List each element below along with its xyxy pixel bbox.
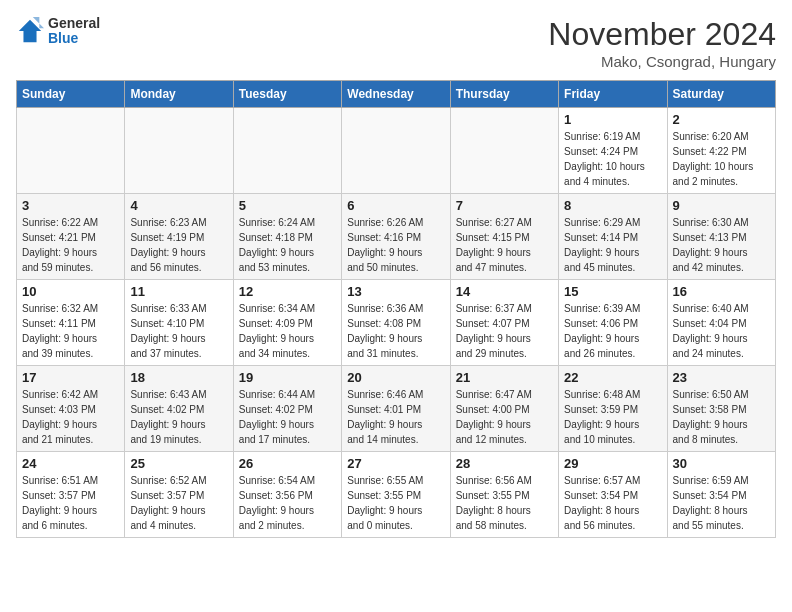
calendar-cell: 2Sunrise: 6:20 AMSunset: 4:22 PMDaylight… [667,108,775,194]
logo-icon [16,17,44,45]
day-info: Sunrise: 6:40 AMSunset: 4:04 PMDaylight:… [673,301,770,361]
day-info: Sunrise: 6:30 AMSunset: 4:13 PMDaylight:… [673,215,770,275]
day-number: 6 [347,198,444,213]
day-info: Sunrise: 6:57 AMSunset: 3:54 PMDaylight:… [564,473,661,533]
day-info: Sunrise: 6:43 AMSunset: 4:02 PMDaylight:… [130,387,227,447]
weekday-header-thursday: Thursday [450,81,558,108]
day-number: 5 [239,198,336,213]
day-number: 20 [347,370,444,385]
calendar-week-1: 1Sunrise: 6:19 AMSunset: 4:24 PMDaylight… [17,108,776,194]
day-number: 2 [673,112,770,127]
title-section: November 2024 Mako, Csongrad, Hungary [548,16,776,70]
calendar-table: SundayMondayTuesdayWednesdayThursdayFrid… [16,80,776,538]
calendar-cell: 25Sunrise: 6:52 AMSunset: 3:57 PMDayligh… [125,452,233,538]
calendar-cell: 26Sunrise: 6:54 AMSunset: 3:56 PMDayligh… [233,452,341,538]
day-number: 19 [239,370,336,385]
calendar-cell: 18Sunrise: 6:43 AMSunset: 4:02 PMDayligh… [125,366,233,452]
logo-text: General Blue [48,16,100,47]
day-number: 17 [22,370,119,385]
weekday-header-saturday: Saturday [667,81,775,108]
weekday-header-wednesday: Wednesday [342,81,450,108]
day-info: Sunrise: 6:50 AMSunset: 3:58 PMDaylight:… [673,387,770,447]
day-number: 18 [130,370,227,385]
logo-general: General [48,16,100,31]
calendar-cell: 29Sunrise: 6:57 AMSunset: 3:54 PMDayligh… [559,452,667,538]
calendar-cell: 20Sunrise: 6:46 AMSunset: 4:01 PMDayligh… [342,366,450,452]
day-info: Sunrise: 6:48 AMSunset: 3:59 PMDaylight:… [564,387,661,447]
day-number: 1 [564,112,661,127]
calendar-cell: 10Sunrise: 6:32 AMSunset: 4:11 PMDayligh… [17,280,125,366]
weekday-header-sunday: Sunday [17,81,125,108]
day-info: Sunrise: 6:27 AMSunset: 4:15 PMDaylight:… [456,215,553,275]
day-number: 26 [239,456,336,471]
day-number: 10 [22,284,119,299]
day-number: 28 [456,456,553,471]
day-info: Sunrise: 6:47 AMSunset: 4:00 PMDaylight:… [456,387,553,447]
day-number: 11 [130,284,227,299]
day-info: Sunrise: 6:46 AMSunset: 4:01 PMDaylight:… [347,387,444,447]
day-info: Sunrise: 6:36 AMSunset: 4:08 PMDaylight:… [347,301,444,361]
calendar-cell: 30Sunrise: 6:59 AMSunset: 3:54 PMDayligh… [667,452,775,538]
day-number: 29 [564,456,661,471]
day-info: Sunrise: 6:52 AMSunset: 3:57 PMDaylight:… [130,473,227,533]
logo-blue: Blue [48,31,100,46]
day-number: 30 [673,456,770,471]
calendar-cell: 13Sunrise: 6:36 AMSunset: 4:08 PMDayligh… [342,280,450,366]
day-info: Sunrise: 6:51 AMSunset: 3:57 PMDaylight:… [22,473,119,533]
day-info: Sunrise: 6:33 AMSunset: 4:10 PMDaylight:… [130,301,227,361]
day-number: 8 [564,198,661,213]
day-number: 27 [347,456,444,471]
calendar-cell: 11Sunrise: 6:33 AMSunset: 4:10 PMDayligh… [125,280,233,366]
calendar-cell: 15Sunrise: 6:39 AMSunset: 4:06 PMDayligh… [559,280,667,366]
calendar-cell [125,108,233,194]
calendar-cell: 7Sunrise: 6:27 AMSunset: 4:15 PMDaylight… [450,194,558,280]
day-number: 4 [130,198,227,213]
calendar-cell: 14Sunrise: 6:37 AMSunset: 4:07 PMDayligh… [450,280,558,366]
calendar-cell: 22Sunrise: 6:48 AMSunset: 3:59 PMDayligh… [559,366,667,452]
day-info: Sunrise: 6:37 AMSunset: 4:07 PMDaylight:… [456,301,553,361]
day-info: Sunrise: 6:59 AMSunset: 3:54 PMDaylight:… [673,473,770,533]
calendar-week-2: 3Sunrise: 6:22 AMSunset: 4:21 PMDaylight… [17,194,776,280]
day-number: 7 [456,198,553,213]
day-info: Sunrise: 6:44 AMSunset: 4:02 PMDaylight:… [239,387,336,447]
calendar-week-5: 24Sunrise: 6:51 AMSunset: 3:57 PMDayligh… [17,452,776,538]
day-info: Sunrise: 6:29 AMSunset: 4:14 PMDaylight:… [564,215,661,275]
calendar-cell: 19Sunrise: 6:44 AMSunset: 4:02 PMDayligh… [233,366,341,452]
day-info: Sunrise: 6:26 AMSunset: 4:16 PMDaylight:… [347,215,444,275]
day-info: Sunrise: 6:42 AMSunset: 4:03 PMDaylight:… [22,387,119,447]
day-info: Sunrise: 6:34 AMSunset: 4:09 PMDaylight:… [239,301,336,361]
calendar-week-4: 17Sunrise: 6:42 AMSunset: 4:03 PMDayligh… [17,366,776,452]
day-info: Sunrise: 6:32 AMSunset: 4:11 PMDaylight:… [22,301,119,361]
day-info: Sunrise: 6:20 AMSunset: 4:22 PMDaylight:… [673,129,770,189]
day-number: 25 [130,456,227,471]
day-info: Sunrise: 6:39 AMSunset: 4:06 PMDaylight:… [564,301,661,361]
calendar-cell: 16Sunrise: 6:40 AMSunset: 4:04 PMDayligh… [667,280,775,366]
weekday-header-tuesday: Tuesday [233,81,341,108]
calendar-cell: 24Sunrise: 6:51 AMSunset: 3:57 PMDayligh… [17,452,125,538]
calendar-cell: 8Sunrise: 6:29 AMSunset: 4:14 PMDaylight… [559,194,667,280]
calendar-cell [233,108,341,194]
calendar-cell [450,108,558,194]
day-number: 24 [22,456,119,471]
day-number: 13 [347,284,444,299]
weekday-header-monday: Monday [125,81,233,108]
day-info: Sunrise: 6:23 AMSunset: 4:19 PMDaylight:… [130,215,227,275]
day-info: Sunrise: 6:56 AMSunset: 3:55 PMDaylight:… [456,473,553,533]
page-header: General Blue November 2024 Mako, Csongra… [16,16,776,70]
calendar-cell: 1Sunrise: 6:19 AMSunset: 4:24 PMDaylight… [559,108,667,194]
weekday-header-friday: Friday [559,81,667,108]
svg-marker-0 [19,20,41,42]
calendar-week-3: 10Sunrise: 6:32 AMSunset: 4:11 PMDayligh… [17,280,776,366]
day-info: Sunrise: 6:55 AMSunset: 3:55 PMDaylight:… [347,473,444,533]
day-info: Sunrise: 6:24 AMSunset: 4:18 PMDaylight:… [239,215,336,275]
day-number: 12 [239,284,336,299]
calendar-cell [17,108,125,194]
logo: General Blue [16,16,100,47]
day-number: 14 [456,284,553,299]
calendar-cell [342,108,450,194]
day-number: 21 [456,370,553,385]
calendar-cell: 27Sunrise: 6:55 AMSunset: 3:55 PMDayligh… [342,452,450,538]
location: Mako, Csongrad, Hungary [548,53,776,70]
calendar-cell: 12Sunrise: 6:34 AMSunset: 4:09 PMDayligh… [233,280,341,366]
calendar-cell: 9Sunrise: 6:30 AMSunset: 4:13 PMDaylight… [667,194,775,280]
